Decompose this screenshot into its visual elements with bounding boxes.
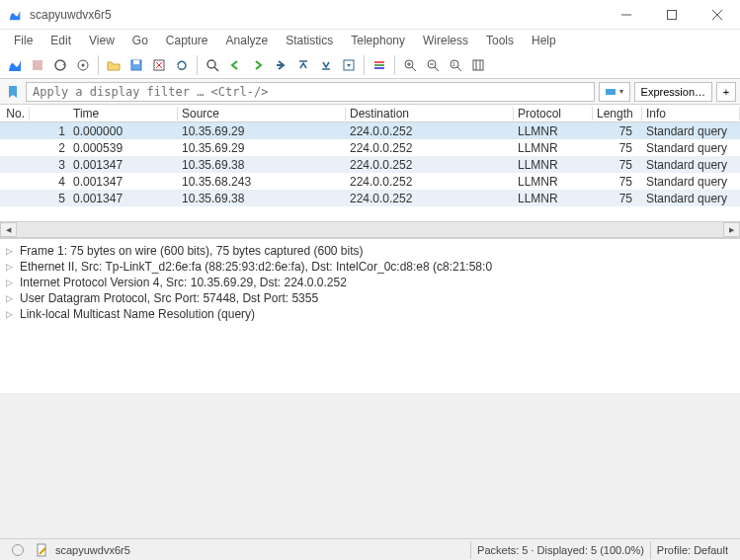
detail-tree-row[interactable]: ▷Ethernet II, Src: Tp-LinkT_d2:6e:fa (88… — [2, 259, 738, 275]
packet-details-pane[interactable]: ▷Frame 1: 75 bytes on wire (600 bits), 7… — [0, 238, 740, 393]
col-no: No. — [0, 107, 30, 120]
wireshark-logo-icon — [8, 8, 22, 22]
svg-rect-1 — [668, 10, 677, 19]
col-info: Info — [642, 107, 740, 120]
window-title: scapyuwdvx6r5 — [30, 8, 604, 22]
zoom-out-icon[interactable] — [422, 54, 444, 76]
packet-row[interactable]: 40.00134710.35.68.243224.0.0.252LLMNR75S… — [0, 173, 740, 190]
go-first-icon[interactable] — [292, 54, 314, 76]
menu-edit[interactable]: Edit — [42, 32, 79, 49]
svg-point-7 — [82, 63, 85, 66]
svg-rect-4 — [33, 60, 42, 70]
resize-columns-icon[interactable] — [467, 54, 489, 76]
svg-rect-35 — [606, 89, 616, 95]
detail-tree-row[interactable]: ▷Frame 1: 75 bytes on wire (600 bits), 7… — [2, 243, 738, 259]
svg-line-23 — [412, 67, 416, 71]
menu-help[interactable]: Help — [524, 32, 564, 49]
status-file: scapyuwdvx6r5 — [55, 544, 130, 556]
svg-line-27 — [435, 67, 439, 71]
packet-list-body[interactable]: 10.00000010.35.69.29224.0.0.252LLMNR75St… — [0, 122, 740, 221]
svg-rect-20 — [374, 64, 384, 66]
maximize-button[interactable] — [649, 0, 695, 29]
col-length: Length — [593, 107, 642, 120]
packet-row[interactable]: 30.00134710.35.69.38224.0.0.252LLMNR75St… — [0, 156, 740, 173]
minimize-button[interactable] — [604, 0, 649, 29]
expand-icon[interactable]: ▷ — [6, 262, 16, 272]
menu-go[interactable]: Go — [124, 32, 156, 49]
packet-list-pane: No. Time Source Destination Protocol Len… — [0, 105, 740, 221]
col-protocol: Protocol — [514, 107, 593, 120]
add-filter-button[interactable]: + — [716, 82, 736, 102]
go-forward-icon[interactable] — [247, 54, 269, 76]
bookmark-filter-icon[interactable] — [4, 83, 22, 101]
zoom-reset-icon[interactable]: 1 — [445, 54, 466, 76]
packet-list-header[interactable]: No. Time Source Destination Protocol Len… — [0, 105, 740, 122]
capture-file-props-icon[interactable] — [36, 543, 49, 557]
capture-options-icon[interactable] — [72, 54, 94, 76]
detail-tree-row[interactable]: ▷Internet Protocol Version 4, Src: 10.35… — [2, 275, 738, 290]
packet-row[interactable]: 20.00053910.35.69.29224.0.0.252LLMNR75St… — [0, 139, 740, 156]
packet-row[interactable]: 10.00000010.35.69.29224.0.0.252LLMNR75St… — [0, 122, 740, 139]
svg-line-30 — [457, 67, 461, 71]
title-bar: scapyuwdvx6r5 — [0, 0, 740, 30]
go-last-icon[interactable] — [315, 54, 337, 76]
col-time: Time — [69, 107, 178, 120]
expand-icon[interactable]: ▷ — [6, 293, 16, 303]
close-button[interactable] — [695, 0, 740, 29]
svg-point-13 — [207, 60, 215, 68]
packet-row[interactable]: 50.00134710.35.69.38224.0.0.252LLMNR75St… — [0, 190, 740, 206]
reload-file-icon[interactable] — [171, 54, 193, 76]
expand-icon[interactable]: ▷ — [6, 309, 16, 319]
start-capture-icon[interactable] — [4, 54, 26, 76]
menu-statistics[interactable]: Statistics — [278, 32, 341, 49]
zoom-in-icon[interactable] — [399, 54, 421, 76]
status-packets: Packets: 5 · Displayed: 5 (100.0%) — [470, 541, 650, 559]
svg-rect-9 — [133, 60, 139, 64]
menu-view[interactable]: View — [81, 32, 123, 49]
colorize-icon[interactable] — [369, 54, 390, 76]
apply-filter-button[interactable]: ▾ — [599, 82, 630, 102]
expression-button[interactable]: Expression… — [634, 82, 712, 102]
expand-icon[interactable]: ▷ — [6, 278, 16, 287]
expert-info-icon[interactable] — [12, 544, 24, 556]
detail-tree-row[interactable]: ▷User Datagram Protocol, Src Port: 57448… — [2, 290, 738, 306]
restart-capture-icon[interactable] — [49, 54, 71, 76]
menu-file[interactable]: File — [6, 32, 41, 49]
expand-icon[interactable]: ▷ — [6, 246, 16, 256]
save-file-icon[interactable] — [125, 54, 147, 76]
svg-text:1: 1 — [452, 61, 456, 67]
svg-rect-32 — [473, 60, 483, 70]
stop-capture-icon[interactable] — [27, 54, 48, 76]
svg-rect-19 — [374, 61, 384, 63]
scroll-track[interactable] — [17, 222, 723, 237]
menu-capture[interactable]: Capture — [158, 32, 216, 49]
display-filter-input[interactable] — [26, 82, 595, 102]
detail-tree-row[interactable]: ▷Link-local Multicast Name Resolution (q… — [2, 306, 738, 322]
go-to-packet-icon[interactable] — [270, 54, 291, 76]
main-toolbar: 1 — [0, 51, 740, 79]
scroll-right-icon[interactable]: ▶ — [723, 222, 740, 237]
menu-analyze[interactable]: Analyze — [218, 32, 277, 49]
menu-telephony[interactable]: Telephony — [343, 32, 413, 49]
status-bar: scapyuwdvx6r5 Packets: 5 · Displayed: 5 … — [0, 538, 740, 560]
find-packet-icon[interactable] — [202, 54, 223, 76]
horizontal-scrollbar[interactable]: ◀ ▶ — [0, 221, 740, 238]
menu-wireless[interactable]: Wireless — [415, 32, 476, 49]
menu-bar: File Edit View Go Capture Analyze Statis… — [0, 30, 740, 51]
col-destination: Destination — [346, 107, 514, 120]
close-file-icon[interactable] — [148, 54, 170, 76]
scroll-left-icon[interactable]: ◀ — [0, 222, 17, 237]
svg-rect-21 — [374, 67, 384, 69]
auto-scroll-icon[interactable] — [338, 54, 360, 76]
go-back-icon[interactable] — [224, 54, 246, 76]
display-filter-bar: ▾ Expression… + — [0, 79, 740, 105]
menu-tools[interactable]: Tools — [478, 32, 522, 49]
col-source: Source — [178, 107, 346, 120]
status-profile[interactable]: Profile: Default — [650, 541, 734, 559]
svg-line-14 — [214, 67, 218, 71]
open-file-icon[interactable] — [103, 54, 124, 76]
